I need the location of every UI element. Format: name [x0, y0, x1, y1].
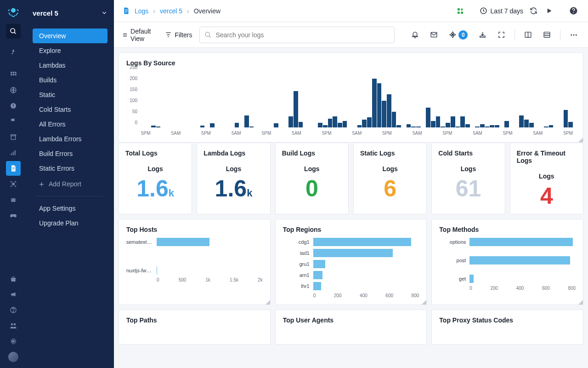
sidebar-item-all-errors[interactable]: All Errors	[33, 117, 107, 132]
list-icon[interactable]	[541, 29, 553, 40]
resize-handle[interactable]	[578, 138, 583, 142]
mail-icon[interactable]	[428, 29, 440, 40]
download-icon[interactable]	[477, 29, 488, 40]
sidebar-item-overview[interactable]: Overview	[33, 29, 107, 43]
svg-point-28	[11, 323, 13, 326]
svg-point-46	[573, 34, 574, 35]
resize-handle[interactable]	[422, 300, 426, 305]
default-view-button[interactable]: Default View	[122, 28, 158, 42]
svg-rect-7	[15, 74, 16, 75]
logo-icon	[6, 5, 20, 18]
svg-rect-15	[12, 152, 13, 155]
svg-rect-6	[12, 74, 14, 75]
svg-rect-36	[461, 12, 464, 14]
search-input[interactable]	[199, 27, 395, 43]
sidebar-nav: OverviewExploreLambdasBuildsStaticCold S…	[26, 26, 114, 176]
panel-title: Top Hosts	[126, 226, 263, 233]
sidebar-item-static-errors[interactable]: Static Errors	[33, 161, 107, 176]
main: Logs › vercel 5 › Overview Last 7 days D…	[114, 0, 588, 368]
gear-icon[interactable]	[6, 334, 21, 349]
top-paths-panel: Top Paths	[119, 310, 271, 345]
sidebar-item-explore[interactable]: Explore	[33, 43, 107, 58]
bell-icon[interactable]	[409, 29, 421, 40]
top-regions-panel: Top Regions cdg1iad1gru1arn1lhr102004006…	[275, 219, 427, 305]
svg-rect-35	[458, 12, 460, 14]
filter-icon	[165, 31, 172, 38]
app-name: vercel 5	[33, 9, 58, 17]
sidebar-item-cold-starts[interactable]: Cold Starts	[33, 102, 107, 117]
puzzle-icon[interactable]: 0	[447, 29, 469, 41]
sidebar-upgrade-plan[interactable]: Upgrade Plan	[26, 216, 114, 230]
megaphone-icon[interactable]	[6, 287, 21, 302]
metric-card: Lambda Logs Logs 1.6k	[197, 143, 270, 214]
svg-rect-19	[12, 170, 14, 170]
panel-title: Top Proxy Status Codes	[439, 316, 576, 324]
resize-handle[interactable]	[266, 300, 270, 305]
add-report-label: Add Report	[49, 180, 81, 188]
logs-by-source-panel: Logs By Source 0501001502002505PM5AM5PM5…	[119, 52, 583, 143]
svg-point-0	[11, 8, 16, 13]
logs-icon[interactable]	[6, 161, 21, 176]
plus-icon	[38, 181, 45, 188]
metric-card: Total Logs Logs 1.6k	[119, 143, 192, 214]
grid-icon[interactable]	[6, 67, 21, 82]
logs-by-source-chart: 0501001502002505PM5AM5PM5AM5PM5AM5PM5AM5…	[126, 71, 576, 136]
chart-icon[interactable]	[6, 145, 21, 160]
doc-icon	[122, 7, 130, 15]
crumb-app[interactable]: vercel 5	[160, 7, 182, 15]
focus-icon[interactable]	[6, 177, 21, 191]
gamepad-icon[interactable]	[6, 208, 21, 223]
sidebar-item-builds[interactable]: Builds	[33, 73, 107, 87]
filters-button[interactable]: Filters	[165, 31, 192, 39]
avatar[interactable]	[6, 350, 21, 364]
flag-icon[interactable]	[6, 114, 21, 129]
metric-card: Build Logs Logs 0	[275, 143, 349, 214]
svg-rect-33	[125, 12, 127, 12]
globe-icon[interactable]	[6, 83, 21, 98]
rocket-icon[interactable]	[6, 45, 21, 60]
gift-icon[interactable]	[6, 271, 21, 286]
add-report-button[interactable]: Add Report	[26, 176, 114, 192]
search-icon[interactable]	[6, 24, 21, 39]
help-circle-icon[interactable]	[567, 5, 580, 17]
crumb-current: Overview	[194, 7, 220, 15]
time-range-selector[interactable]: Last 7 days	[480, 7, 523, 15]
team-icon[interactable]	[6, 318, 21, 333]
top-hosts-panel: Top Hosts sematext-l...nuxtjs-fwc...0500…	[119, 219, 271, 305]
metrics-row: Total Logs Logs 1.6k Lambda Logs Logs 1.…	[119, 143, 583, 214]
robot-icon[interactable]	[6, 192, 21, 207]
svg-point-23	[14, 200, 15, 201]
svg-rect-44	[544, 32, 550, 37]
svg-rect-34	[458, 8, 460, 11]
sidebar: vercel 5 OverviewExploreLambdasBuildsSta…	[26, 0, 114, 368]
sidebar-item-build-errors[interactable]: Build Errors	[33, 146, 107, 161]
sidebar-item-lambdas[interactable]: Lambdas	[33, 58, 107, 73]
archive-icon[interactable]	[6, 130, 21, 144]
badge-count: 0	[458, 30, 468, 40]
svg-rect-32	[125, 11, 128, 12]
svg-rect-4	[15, 72, 16, 73]
play-icon[interactable]	[544, 6, 554, 16]
refresh-icon[interactable]	[528, 5, 539, 17]
add-widget-icon[interactable]	[455, 6, 466, 17]
sidebar-item-static[interactable]: Static	[33, 87, 107, 102]
sidebar-item-lambda-errors[interactable]: Lambda Errors	[33, 132, 107, 146]
crumb-logs[interactable]: Logs	[135, 7, 148, 15]
sidebar-app-settings[interactable]: App Settings	[26, 201, 114, 216]
app-selector[interactable]: vercel 5	[26, 0, 114, 26]
svg-point-30	[12, 340, 14, 342]
expand-icon[interactable]	[496, 29, 507, 40]
panel-title: Top Paths	[126, 316, 263, 324]
more-icon[interactable]	[568, 29, 580, 41]
svg-point-47	[576, 34, 577, 35]
layout-split-icon[interactable]	[522, 29, 534, 40]
sidebar-bottom: App SettingsUpgrade Plan	[26, 201, 114, 230]
svg-rect-21	[11, 198, 15, 201]
metric-card: Static Logs Logs 6	[353, 143, 427, 214]
alert-icon[interactable]	[6, 98, 21, 113]
help-icon[interactable]	[6, 303, 21, 317]
svg-rect-42	[480, 36, 485, 37]
resize-handle[interactable]	[578, 300, 583, 305]
metric-card: Cold Starts Logs 61	[431, 143, 505, 214]
svg-rect-18	[12, 168, 15, 169]
